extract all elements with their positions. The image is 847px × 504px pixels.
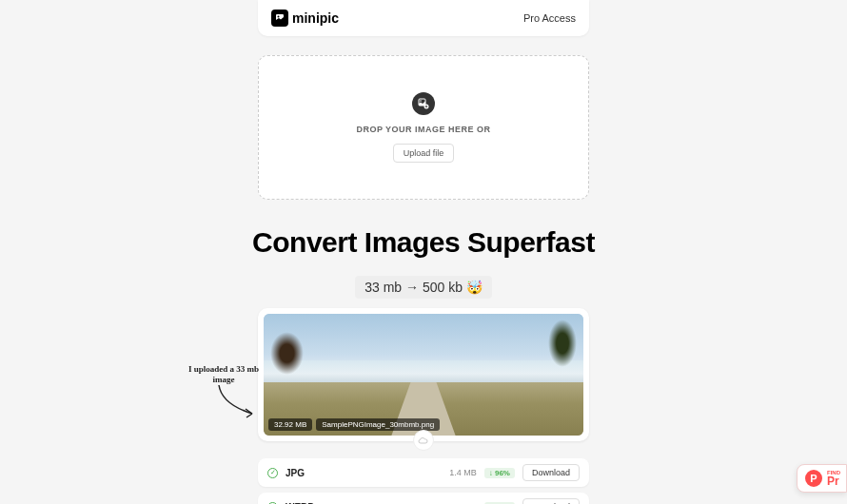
format-row-webp: ✓ WEBP 948.53 KB ↓ 97% Download	[258, 493, 589, 504]
dropzone-instruction: DROP YOUR IMAGE HERE OR	[356, 125, 490, 134]
svg-point-3	[420, 100, 422, 102]
p-icon: P	[805, 470, 822, 487]
image-add-icon	[412, 92, 435, 115]
image-filename-badge: SamplePNGImage_30mbmb.png	[316, 418, 440, 431]
header-bar: minipic Pro Access	[258, 0, 589, 36]
arrow-icon	[214, 380, 266, 423]
size-comparison-badge: 33 mb → 500 kb 🤯	[355, 276, 492, 299]
format-size: 1.4 MB	[449, 468, 477, 477]
brand-logo[interactable]: minipic	[271, 10, 339, 27]
reduction-badge: ↓ 96%	[484, 468, 515, 478]
svg-point-1	[278, 16, 280, 18]
pro-access-link[interactable]: Pro Access	[523, 12, 576, 24]
dropzone[interactable]: DROP YOUR IMAGE HERE OR Upload file	[258, 55, 589, 200]
badge-bottom-text: Pr	[827, 475, 840, 487]
product-hunt-badge[interactable]: P FIND Pr	[797, 464, 847, 493]
format-name: JPG	[286, 468, 442, 478]
logo-icon	[271, 10, 288, 27]
page-headline: Convert Images Superfast	[252, 226, 595, 259]
image-preview: 32.92 MB SamplePNGImage_30mbmb.png	[264, 314, 583, 436]
cloud-icon	[413, 430, 434, 451]
format-row-jpg: ✓ JPG 1.4 MB ↓ 96% Download	[258, 458, 589, 487]
upload-file-button[interactable]: Upload file	[393, 144, 455, 163]
uploaded-image-card: 32.92 MB SamplePNGImage_30mbmb.png	[258, 308, 589, 441]
download-button[interactable]: Download	[522, 464, 580, 481]
format-list: ✓ JPG 1.4 MB ↓ 96% Download ✓ WEBP 948.5…	[258, 458, 589, 504]
download-button[interactable]: Download	[522, 498, 580, 504]
check-icon: ✓	[267, 468, 278, 478]
image-size-badge: 32.92 MB	[268, 418, 312, 431]
brand-name: minipic	[292, 10, 339, 26]
